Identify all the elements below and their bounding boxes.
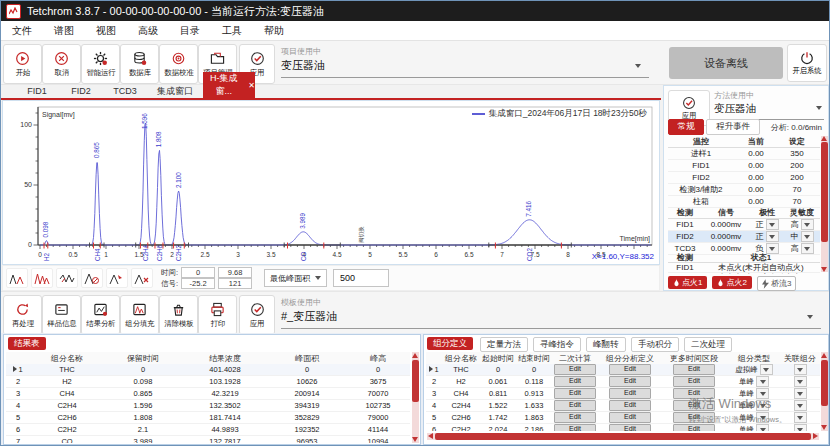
related-component-dropdown[interactable] <box>794 364 807 375</box>
ignite-1-button[interactable]: 点火1 <box>668 276 707 289</box>
sensitivity-dropdown[interactable] <box>801 219 814 230</box>
peak-arrow-icon[interactable] <box>106 268 128 288</box>
edit-button[interactable]: Edit <box>609 424 651 431</box>
smart-run-button[interactable]: 智能运行 <box>81 44 120 84</box>
tab-component-definition[interactable]: 组分定义 <box>427 337 473 350</box>
table-row[interactable]: 2H20.098103.1928106263675 <box>6 376 410 388</box>
tab-h-integration-active[interactable]: H-集成窗... ✕ <box>203 72 255 98</box>
table-row[interactable]: FID10.00200 <box>668 160 820 172</box>
print-button[interactable]: 打印 <box>198 295 237 335</box>
database-button[interactable]: 数据库 <box>120 44 159 84</box>
table-row[interactable]: 4C2H41.596132.3502394319102735 <box>6 400 410 412</box>
peak-pair-icon[interactable] <box>6 268 28 288</box>
tab-general[interactable]: 常规 <box>668 119 704 135</box>
chromatogram-plot[interactable]: 05010000.511.522.533.544.555.566.577.588… <box>3 101 659 264</box>
component-vscrollbar[interactable] <box>821 352 828 431</box>
template-dropdown[interactable]: 模板使用中 #_变压器油 <box>281 297 821 329</box>
edit-button[interactable]: Edit <box>609 388 651 399</box>
tab-peak-find[interactable]: 寻峰指令 <box>533 337 581 352</box>
table-row[interactable]: FID10.000mv正高 <box>668 219 820 231</box>
close-icon[interactable]: ✕ <box>248 79 255 92</box>
polarity-dropdown[interactable] <box>766 231 779 242</box>
edit-button[interactable]: Edit <box>554 424 596 431</box>
sensitivity-dropdown[interactable] <box>801 231 814 242</box>
results-scrollbar[interactable] <box>412 352 419 443</box>
tab-temp-program[interactable]: 程升事件 <box>706 119 760 135</box>
component-hscrollbar[interactable] <box>427 433 819 440</box>
menu-help[interactable]: 帮助 <box>253 21 295 41</box>
related-component-dropdown[interactable] <box>794 412 807 423</box>
menu-directory[interactable]: 目录 <box>169 21 211 41</box>
related-component-dropdown[interactable] <box>794 388 807 399</box>
menu-view[interactable]: 视图 <box>85 21 127 41</box>
clear-template-button[interactable]: 清除模板 <box>159 295 198 335</box>
component-type-dropdown[interactable] <box>756 424 769 431</box>
cancel-button[interactable]: 取消 <box>42 44 81 84</box>
table-row[interactable]: 5C2H61.7421.863EditEditEdit单峰 <box>426 412 820 424</box>
table-row[interactable]: 2H20.0610.118EditEditEdit单峰 <box>426 376 820 388</box>
reprocess-button[interactable]: 再处理 <box>3 295 42 335</box>
edit-button[interactable]: Edit <box>609 412 651 423</box>
table-row[interactable]: 6C2H22.0242.186EditEditEdit单峰 <box>426 424 820 431</box>
component-type-dropdown[interactable] <box>756 388 769 399</box>
sample-info-button[interactable]: 样品信息 <box>42 295 81 335</box>
data-calibration-button[interactable]: 数据校准 <box>159 44 198 84</box>
table-row[interactable]: FID20.000mv正中 <box>668 231 820 243</box>
tab-integration-window[interactable]: 集成窗口 <box>147 85 203 98</box>
table-row[interactable]: 3CH40.8110.913EditEditEdit单峰 <box>426 388 820 400</box>
menu-tools[interactable]: 工具 <box>211 21 253 41</box>
peak-delete-icon[interactable] <box>131 268 153 288</box>
method-panel-scrollbar[interactable] <box>821 136 828 272</box>
peak-group-icon[interactable] <box>31 268 53 288</box>
table-row[interactable]: FID2未点火(未开启自动点火) <box>668 273 820 274</box>
tab-tcd3[interactable]: TCD3 <box>103 85 147 98</box>
edit-button[interactable]: Edit <box>673 376 715 387</box>
edit-button[interactable]: Edit <box>554 388 596 399</box>
table-row[interactable]: 6C2H22.144.989319235241144 <box>6 424 410 436</box>
component-type-dropdown[interactable] <box>756 376 769 387</box>
edit-button[interactable]: Edit <box>673 412 715 423</box>
tab-manual-integration[interactable]: 手动积分 <box>631 337 679 352</box>
component-type-dropdown[interactable] <box>756 400 769 411</box>
related-component-dropdown[interactable] <box>794 424 807 431</box>
component-type-dropdown[interactable] <box>760 364 773 375</box>
edit-button[interactable]: Edit <box>673 364 715 375</box>
edit-button[interactable]: Edit <box>554 364 596 375</box>
edit-button[interactable]: Edit <box>673 400 715 411</box>
edit-button[interactable]: Edit <box>554 412 596 423</box>
table-row[interactable]: FID20.00200 <box>668 172 820 184</box>
wave-icon[interactable] <box>56 268 78 288</box>
table-row[interactable]: 5C2H61.808181.741435282979000 <box>6 412 410 424</box>
start-system-button[interactable]: 开启系统 <box>787 44 827 82</box>
table-row[interactable]: 3CH40.86542.321920091470070 <box>6 388 410 400</box>
related-component-dropdown[interactable] <box>794 400 807 411</box>
table-row[interactable]: 检测3/辅助20.0070 <box>668 184 820 196</box>
min-peak-area-dropdown[interactable]: 最低峰面积 <box>264 269 327 287</box>
min-peak-area-input[interactable]: 500 <box>333 269 389 287</box>
tab-fid2[interactable]: FID2 <box>59 85 103 98</box>
tab-quant-method[interactable]: 定量方法 <box>480 337 528 352</box>
tab-fid1[interactable]: FID1 <box>15 85 59 98</box>
component-fill-button[interactable]: 组分填充 <box>120 295 159 335</box>
polarity-dropdown[interactable] <box>766 219 779 230</box>
chromatogram-panel[interactable]: 05010000.511.522.533.544.555.566.577.588… <box>2 100 660 265</box>
edit-button[interactable]: Edit <box>609 400 651 411</box>
method-dropdown[interactable]: 方法使用中 变压器油 <box>714 90 824 120</box>
tab-results-table[interactable]: 结果表 <box>8 337 46 350</box>
edit-button[interactable]: Edit <box>554 376 596 387</box>
menu-file[interactable]: 文件 <box>1 21 43 41</box>
ignite-2-button[interactable]: 点火2 <box>712 276 751 289</box>
menu-spectrum[interactable]: 谱图 <box>43 21 85 41</box>
tab-secondary-processing[interactable]: 二次处理 <box>684 337 732 352</box>
bridge-current-button[interactable]: 桥流3 <box>757 276 796 291</box>
menu-advanced[interactable]: 高级 <box>127 21 169 41</box>
edit-button[interactable]: Edit <box>554 400 596 411</box>
related-component-dropdown[interactable] <box>794 376 807 387</box>
table-row[interactable]: 进样10.00350 <box>668 148 820 160</box>
tab-peak-flip[interactable]: 峰翻转 <box>586 337 626 352</box>
apply-template-button[interactable]: 应用 <box>239 295 275 335</box>
result-analysis-button[interactable]: 结果分析 <box>81 295 120 335</box>
peak-circle-icon[interactable] <box>81 268 103 288</box>
device-offline-button[interactable]: 设备离线 <box>669 47 783 79</box>
edit-button[interactable]: Edit <box>673 424 715 431</box>
